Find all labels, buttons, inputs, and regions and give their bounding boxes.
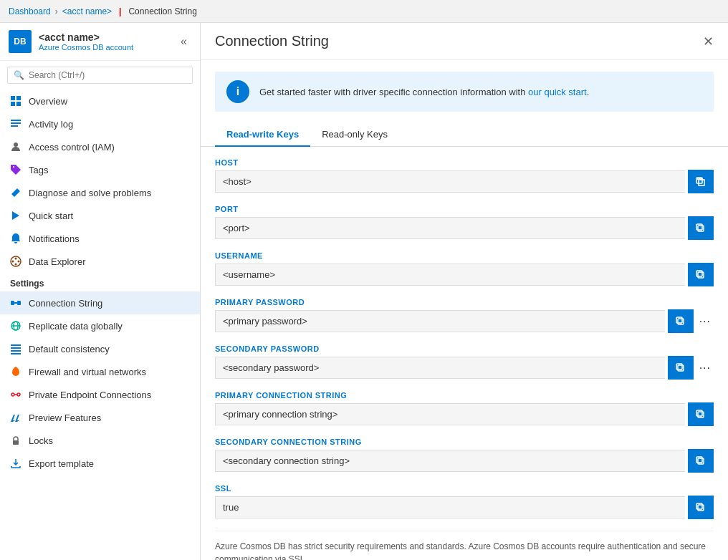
- sidebar-label-overview: Overview: [29, 96, 67, 107]
- sidebar-title-area: <acct name> Azure Cosmos DB account: [39, 32, 169, 52]
- sidebar-label-locks: Locks: [29, 435, 53, 446]
- username-input[interactable]: [215, 264, 685, 286]
- svg-rect-35: [676, 317, 682, 323]
- sidebar-label-notifications: Notifications: [29, 233, 80, 244]
- svg-rect-2: [11, 102, 15, 106]
- svg-point-24: [11, 393, 14, 396]
- sidebar-item-replicate[interactable]: Replicate data globally: [0, 314, 200, 337]
- secondary-password-input[interactable]: [215, 357, 665, 379]
- sidebar-item-export[interactable]: Export template: [0, 452, 200, 475]
- sidebar-item-overview[interactable]: Overview: [0, 90, 200, 112]
- svg-marker-8: [12, 211, 19, 220]
- field-label-username: USERNAME: [215, 251, 714, 260]
- primary-conn-input[interactable]: [215, 403, 685, 425]
- svg-rect-23: [11, 353, 21, 354]
- content-area: Connection String ✕ i Get started faster…: [201, 23, 728, 560]
- svg-point-10: [15, 258, 17, 260]
- search-input[interactable]: [29, 70, 186, 80]
- svg-rect-28: [699, 180, 704, 185]
- host-copy-button[interactable]: [688, 170, 714, 193]
- overview-icon: [10, 95, 21, 107]
- field-row-username: [215, 263, 714, 286]
- svg-rect-32: [698, 272, 704, 278]
- sidebar-label-firewall: Firewall and virtual networks: [29, 367, 146, 377]
- breadcrumb-sep1: ›: [55, 6, 58, 16]
- username-copy-button[interactable]: [688, 263, 714, 286]
- primary-password-input[interactable]: [215, 310, 665, 332]
- sidebar-item-activity[interactable]: Activity log: [0, 112, 200, 135]
- sidebar-label-preview: Preview Features: [29, 412, 101, 423]
- close-button[interactable]: ✕: [703, 34, 714, 49]
- sidebar-item-connection[interactable]: Connection String: [0, 291, 200, 314]
- breadcrumb-divider: |: [119, 6, 121, 16]
- secondary-conn-copy-button[interactable]: [688, 449, 714, 473]
- sidebar-item-notifications[interactable]: Notifications: [0, 227, 200, 250]
- sidebar-item-diagnose[interactable]: Diagnose and solve problems: [0, 181, 200, 204]
- sidebar-collapse-btn[interactable]: «: [176, 34, 191, 49]
- svg-rect-4: [11, 120, 21, 121]
- sidebar-item-consistency[interactable]: Default consistency: [0, 337, 200, 360]
- svg-rect-5: [11, 122, 21, 124]
- svg-rect-15: [17, 301, 21, 305]
- svg-rect-40: [698, 458, 704, 464]
- sidebar-header: DB <acct name> Azure Cosmos DB account «: [0, 23, 200, 61]
- svg-point-13: [18, 261, 20, 263]
- info-banner-text: Get started faster with driver specific …: [259, 87, 589, 97]
- tab-readonly[interactable]: Read-only Keys: [310, 123, 399, 147]
- svg-rect-36: [678, 365, 684, 371]
- primary-conn-copy-button[interactable]: [688, 402, 714, 426]
- sidebar-item-access[interactable]: Access control (IAM): [0, 135, 200, 158]
- svg-rect-39: [696, 410, 702, 416]
- tab-readwrite[interactable]: Read-write Keys: [215, 123, 310, 147]
- content-header: Connection String ✕: [201, 23, 728, 60]
- sidebar-item-tags[interactable]: Tags: [0, 158, 200, 181]
- secondary-conn-input[interactable]: [215, 450, 685, 472]
- svg-rect-21: [11, 347, 21, 349]
- breadcrumb: Dashboard › <acct name> | Connection Str…: [0, 0, 728, 23]
- svg-rect-20: [11, 344, 21, 346]
- ssl-copy-button[interactable]: [688, 496, 714, 519]
- port-input[interactable]: [215, 217, 685, 239]
- secondary-password-more-button[interactable]: ···: [696, 357, 714, 380]
- field-row-primary-password: ···: [215, 309, 714, 333]
- field-group-primary-password: PRIMARY PASSWORD ···: [215, 298, 714, 333]
- svg-rect-3: [16, 102, 21, 106]
- breadcrumb-dashboard[interactable]: Dashboard: [9, 6, 51, 16]
- sidebar-item-firewall[interactable]: Firewall and virtual networks: [0, 360, 200, 383]
- secondary-password-copy-button[interactable]: [668, 356, 694, 380]
- field-row-ssl: [215, 496, 714, 519]
- field-label-port: PORT: [215, 205, 714, 213]
- preview-icon: [10, 412, 21, 423]
- connection-icon: [10, 297, 21, 309]
- export-icon: [10, 458, 21, 469]
- ssl-input[interactable]: [215, 496, 685, 518]
- info-banner: i Get started faster with driver specifi…: [215, 72, 714, 112]
- sidebar-item-quickstart[interactable]: Quick start: [0, 204, 200, 227]
- activity-icon: [10, 118, 21, 130]
- primary-password-more-button[interactable]: ···: [696, 310, 714, 333]
- svg-rect-33: [696, 271, 702, 276]
- svg-rect-43: [696, 503, 702, 509]
- firewall-icon: [10, 366, 21, 377]
- primary-password-copy-button[interactable]: [668, 309, 694, 333]
- sidebar-logo: DB: [9, 30, 32, 53]
- sidebar-item-preview[interactable]: Preview Features: [0, 406, 200, 429]
- svg-rect-14: [11, 301, 14, 305]
- svg-rect-38: [698, 412, 704, 417]
- sidebar-label-diagnose: Diagnose and solve problems: [29, 188, 151, 198]
- sidebar-label-tags: Tags: [29, 165, 48, 175]
- field-row-port: [215, 216, 714, 240]
- field-label-secondary-password: SECONDARY PASSWORD: [215, 344, 714, 353]
- private-icon: [10, 389, 21, 400]
- quickstart-link[interactable]: our quick start: [528, 87, 587, 97]
- replicate-icon: [10, 320, 21, 332]
- breadcrumb-acct[interactable]: <acct name>: [62, 6, 112, 16]
- field-row-secondary-conn: [215, 449, 714, 473]
- port-copy-button[interactable]: [688, 216, 714, 240]
- explorer-icon: [10, 256, 21, 267]
- sidebar-item-explorer[interactable]: Data Explorer: [0, 250, 200, 273]
- sidebar-item-private[interactable]: Private Endpoint Connections: [0, 383, 200, 406]
- host-input[interactable]: [215, 170, 685, 193]
- locks-icon: [10, 435, 21, 446]
- sidebar-item-locks[interactable]: Locks: [0, 429, 200, 452]
